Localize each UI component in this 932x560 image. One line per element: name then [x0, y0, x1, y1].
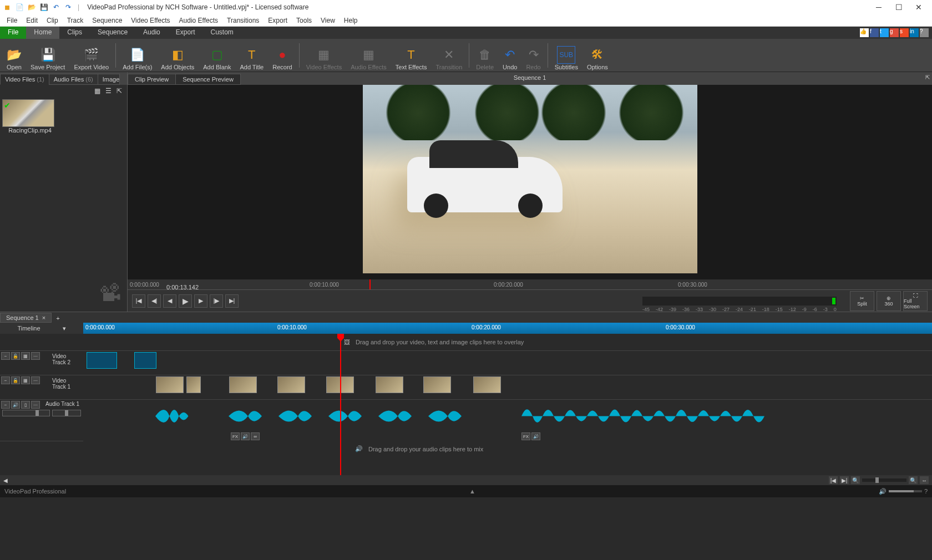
split-button[interactable]: ✂Split [850, 291, 874, 311]
qat-new-icon[interactable]: 📄 [14, 2, 24, 12]
timeline-clip[interactable] [423, 376, 451, 393]
timeline-ruler[interactable]: 0:00:00.000 0:00:10.000 0:00:20.000 0:00… [83, 323, 932, 334]
delete-button[interactable]: 🗑Delete [472, 39, 498, 72]
status-speaker-icon[interactable]: 🔊 [879, 488, 887, 495]
media-item[interactable]: ✔ RacingClip.mp4 [2, 99, 58, 134]
menu-tools[interactable]: Tools [292, 16, 316, 26]
play-button[interactable]: ▶ [179, 294, 192, 308]
timeline-clip[interactable] [134, 352, 156, 369]
menu-video-effects[interactable]: Video Effects [126, 16, 174, 26]
linkedin-icon[interactable]: in [910, 28, 919, 37]
tab-custom[interactable]: Custom [202, 27, 241, 39]
track-more-button[interactable]: ⋯ [31, 376, 40, 384]
clip-fx-button[interactable]: FX [521, 432, 530, 440]
track-more-button[interactable]: ⋯ [31, 352, 40, 360]
track-lock-button[interactable]: 🔓 [11, 376, 20, 384]
menu-track[interactable]: Track [63, 16, 88, 26]
media-popout-icon[interactable]: ⇱ [115, 86, 124, 95]
timeline-label[interactable]: Timeline▾ [0, 323, 83, 334]
tab-audio[interactable]: Audio [135, 27, 168, 39]
track-mute-button[interactable]: 🔊 [11, 401, 20, 409]
timeline-clip[interactable] [277, 376, 305, 393]
track-lock-button[interactable]: 🔓 [11, 352, 20, 360]
timeline-clip[interactable] [87, 352, 117, 369]
clip-loop-button[interactable]: ∞ [251, 432, 260, 440]
scroll-left-icon[interactable]: |◀ [829, 476, 838, 484]
tab-clips[interactable]: Clips [59, 27, 90, 39]
qat-undo-icon[interactable]: ↶ [51, 2, 61, 12]
open-button[interactable]: 📂Open [2, 39, 26, 72]
step-fwd-button[interactable]: ▶ [194, 294, 207, 308]
media-tab-audio[interactable]: Audio Files (6) [49, 74, 98, 85]
scroll-left-button[interactable]: ◀ [3, 477, 8, 483]
audio-waveform[interactable] [155, 401, 202, 431]
close-icon[interactable]: × [42, 314, 45, 321]
media-thumbnail[interactable]: ✔ [2, 99, 54, 127]
qat-redo-icon[interactable]: ↷ [63, 2, 73, 12]
next-frame-button[interactable]: |▶ [210, 294, 223, 308]
menu-export[interactable]: Export [264, 16, 292, 26]
menu-transitions[interactable]: Transitions [222, 16, 264, 26]
fullscreen-button[interactable]: ⛶Full Screen [903, 291, 928, 311]
video-track-2-lane[interactable] [83, 351, 932, 375]
track-fx-button[interactable]: ▦ [21, 376, 30, 384]
clip-mute-button[interactable]: 🔊 [241, 432, 250, 440]
track-minus-button[interactable]: − [1, 401, 10, 409]
timeline-clip[interactable] [473, 376, 501, 393]
google-plus-icon[interactable]: g [890, 28, 899, 37]
close-button[interactable]: ✕ [912, 1, 925, 14]
stumble-icon[interactable]: s [900, 28, 909, 37]
goto-end-button[interactable]: ▶| [225, 294, 239, 308]
step-back-button[interactable]: ◀ [163, 294, 176, 308]
sequence-tab[interactable]: Sequence 1× [0, 313, 52, 323]
add-sequence-button[interactable]: + [52, 314, 64, 323]
preview-ruler[interactable]: 0:00:00.000 0:00:10.000 0:00:20.000 0:00… [128, 279, 932, 289]
track-solo-button[interactable]: ▯ [21, 401, 30, 409]
tab-export[interactable]: Export [168, 27, 203, 39]
master-volume-slider[interactable] [889, 490, 922, 492]
save-project-button[interactable]: 💾Save Project [26, 39, 69, 72]
redo-button[interactable]: ↷Redo [521, 39, 545, 72]
timeline-clip[interactable] [186, 376, 201, 393]
text-effects-button[interactable]: TText Effects [391, 39, 432, 72]
zoom-fit-button[interactable]: ↔ [920, 476, 929, 484]
zoom-slider[interactable] [862, 478, 906, 482]
clip-preview-tab[interactable]: Clip Preview [128, 74, 176, 85]
volume-slider[interactable] [2, 410, 50, 416]
sequence-preview-tab[interactable]: Sequence Preview [175, 74, 241, 85]
audio-track-1-lane[interactable]: FX 🔊 ∞ FX 🔊 [83, 400, 932, 441]
360-button[interactable]: ⊕360 [877, 291, 901, 311]
audio-waveform[interactable] [521, 401, 771, 431]
clip-mute-button[interactable]: 🔊 [531, 432, 540, 440]
track-more-button[interactable]: ⋯ [31, 401, 40, 409]
track-minus-button[interactable]: − [1, 352, 10, 360]
pan-slider[interactable] [52, 410, 81, 416]
tab-file[interactable]: File [0, 27, 26, 39]
menu-audio-effects[interactable]: Audio Effects [175, 16, 223, 26]
facebook-icon[interactable]: f [870, 28, 879, 37]
media-tab-video[interactable]: Video Files (1) [0, 74, 49, 85]
like-icon[interactable]: 👍 [860, 28, 869, 37]
undo-button[interactable]: ↶Undo [498, 39, 521, 72]
menu-sequence[interactable]: Sequence [88, 16, 126, 26]
audio-effects-button[interactable]: ▦Audio Effects [346, 39, 391, 72]
transition-button[interactable]: ✕Transition [431, 39, 467, 72]
timeline-clip[interactable] [229, 376, 257, 393]
video-viewport[interactable] [128, 85, 932, 279]
minimize-button[interactable]: ─ [872, 1, 885, 14]
prev-frame-button[interactable]: ◀| [148, 294, 161, 308]
help-icon[interactable]: ? [920, 28, 929, 37]
preview-popout-icon[interactable]: ⇱ [925, 74, 930, 80]
timeline-clip[interactable] [376, 376, 403, 393]
record-button[interactable]: ●Record [268, 39, 296, 72]
add-objects-button[interactable]: ◧Add Objects [156, 39, 199, 72]
tab-sequence[interactable]: Sequence [90, 27, 135, 39]
track-minus-button[interactable]: − [1, 376, 10, 384]
expand-up-icon[interactable]: ▲ [469, 488, 475, 495]
media-tab-images[interactable]: Images [98, 74, 120, 85]
options-button[interactable]: 🛠Options [582, 39, 612, 72]
add-title-button[interactable]: TAdd Title [235, 39, 268, 72]
add-files-button[interactable]: 📄Add File(s) [118, 39, 156, 72]
menu-help[interactable]: Help [340, 16, 362, 26]
subtitles-button[interactable]: SUBSubtitles [550, 39, 582, 72]
